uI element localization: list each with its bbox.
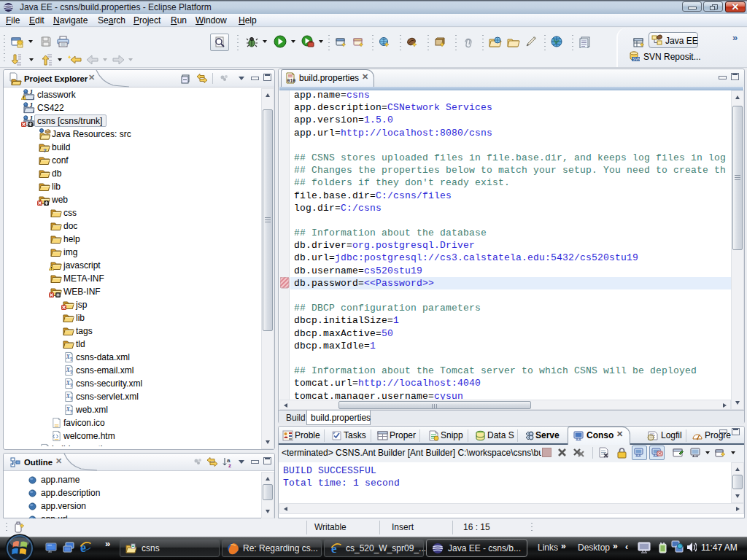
svg-text:SVN: SVN [632,57,640,61]
svg-text:z: z [228,462,231,468]
svg-text:010: 010 [287,79,296,84]
